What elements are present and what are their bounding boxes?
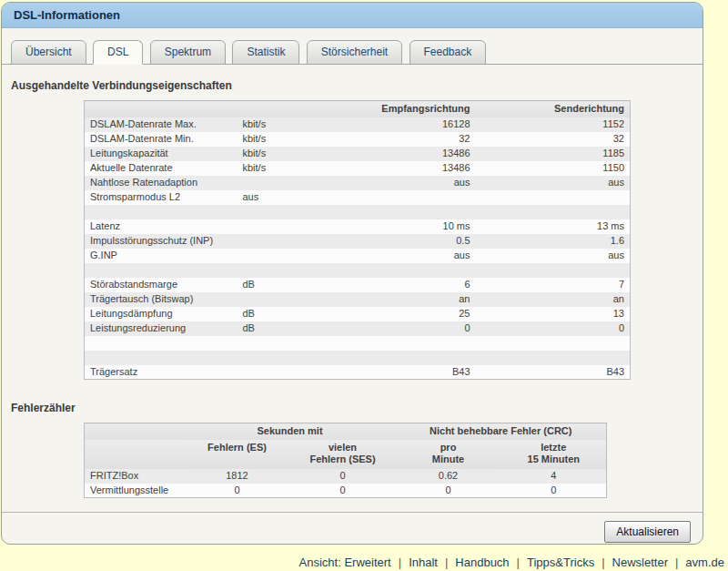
footer-link-inhalt[interactable]: Inhalt xyxy=(409,556,438,569)
cell-label: Leistungsreduzierung xyxy=(85,321,238,336)
cell-unit: kbit/s xyxy=(238,161,339,176)
cell-unit: kbit/s xyxy=(238,117,339,132)
cell-unit: kbit/s xyxy=(238,147,339,161)
cell-label xyxy=(85,263,238,278)
cell-label: Trägersatz xyxy=(85,365,238,380)
table-row: Aktuelle Datenrate kbit/s 13486 1150 xyxy=(85,161,631,176)
cell-rx-value xyxy=(339,351,476,365)
error-table-header-row: Fehlern (ES) vielen Fehlern (SES) pro Mi… xyxy=(85,440,607,469)
table-row: FRITZ!Box 1812 0 0.62 4 xyxy=(85,469,607,484)
cell-per-minute-value: 0.62 xyxy=(396,469,501,484)
header-empty xyxy=(85,440,185,469)
refresh-button[interactable]: Aktualisieren xyxy=(604,521,691,543)
cell-label xyxy=(85,205,238,219)
tab-uebersicht[interactable]: Übersicht xyxy=(11,40,86,65)
cell-rx-value: 25 xyxy=(339,307,476,321)
table-row: Trägersatz B43 B43 xyxy=(85,365,631,380)
tab-stoersicherheit[interactable]: Störsicherheit xyxy=(307,40,402,65)
cell-rx-value xyxy=(339,205,476,219)
cell-label: Leitungskapazität xyxy=(85,147,238,161)
connection-properties-table: Empfangsrichtung Senderichtung DSLAM-Dat… xyxy=(84,100,631,380)
cell-label: Nahtlose Ratenadaption xyxy=(85,176,238,190)
cell-unit: dB xyxy=(238,278,339,292)
cell-rx-value xyxy=(339,263,476,278)
cell-tx-value: 32 xyxy=(476,132,631,147)
table-row xyxy=(85,336,631,351)
cell-unit: aus xyxy=(238,190,339,205)
cell-tx-value: aus xyxy=(476,176,631,190)
error-table-group-header-row: Sekunden mit Nicht behebbare Fehler (CRC… xyxy=(85,423,607,440)
cell-label xyxy=(85,336,238,351)
table-row: Nahtlose Ratenadaption aus aus xyxy=(85,176,631,190)
table-row: G.INP aus aus xyxy=(85,249,631,263)
cell-unit xyxy=(238,263,339,278)
cell-tx-value xyxy=(476,190,631,205)
tab-feedback[interactable]: Feedback xyxy=(410,40,487,65)
cell-unit xyxy=(238,205,339,219)
cell-label: Störabstandsmarge xyxy=(85,278,238,292)
cell-rx-value: B43 xyxy=(339,365,476,380)
cell-rx-value: 13486 xyxy=(339,147,476,161)
table-row: Leitungskapazität kbit/s 13486 1185 xyxy=(85,147,631,161)
cell-rx-value: 13486 xyxy=(339,161,476,176)
cell-label: Leitungsdämpfung xyxy=(85,307,238,321)
tab-bar: Übersicht DSL Spektrum Statistik Störsic… xyxy=(2,28,703,65)
table-row: Trägertausch (Bitswap) an an xyxy=(85,292,631,307)
table-row: Impulsstörungsschutz (INP) 0.5 1.6 xyxy=(85,234,631,249)
cell-tx-value xyxy=(476,263,631,278)
cell-tx-value: an xyxy=(476,292,631,307)
cell-label: DSLAM-Datenrate Max. xyxy=(85,117,238,132)
cell-label: Stromsparmodus L2 xyxy=(85,190,238,205)
cell-tx-value: 1150 xyxy=(476,161,631,176)
cell-label: Impulsstörungsschutz (INP) xyxy=(85,234,238,249)
table-row: DSLAM-Datenrate Max. kbit/s 16128 1152 xyxy=(85,117,631,132)
cell-es-value: 1812 xyxy=(185,469,290,484)
cell-es-value: 0 xyxy=(185,484,290,498)
cell-unit xyxy=(238,365,339,380)
cell-unit xyxy=(238,292,339,307)
page-title: DSL-Informationen xyxy=(14,8,120,22)
cell-rx-value xyxy=(339,190,476,205)
cell-label: DSLAM-Datenrate Min. xyxy=(85,132,238,147)
cell-device-label: Vermittlungsstelle xyxy=(85,484,185,498)
cell-tx-value: 1152 xyxy=(476,117,631,132)
cell-per-minute-value: 0 xyxy=(396,484,501,498)
header-empty xyxy=(85,101,238,117)
tab-dsl[interactable]: DSL xyxy=(93,40,143,65)
tab-spektrum[interactable]: Spektrum xyxy=(150,40,226,65)
table-row: Leitungsdämpfung dB 25 13 xyxy=(85,307,631,321)
footer-link-avm-de[interactable]: avm.de xyxy=(685,556,724,569)
table-row: Störabstandsmarge dB 6 7 xyxy=(85,278,631,292)
table-row xyxy=(85,205,631,219)
tab-statistik[interactable]: Statistik xyxy=(232,40,299,65)
cell-tx-value: 0 xyxy=(476,321,631,336)
table-row: Latenz 10 ms 13 ms xyxy=(85,219,631,234)
footer-separator: | xyxy=(602,556,604,569)
cell-rx-value xyxy=(339,336,476,351)
header-empfangsrichtung: Empfangsrichtung xyxy=(339,101,476,117)
cell-label: Latenz xyxy=(85,219,238,234)
cell-rx-value: an xyxy=(339,292,476,307)
cell-tx-value: 1185 xyxy=(476,147,631,161)
cell-device-label: FRITZ!Box xyxy=(85,469,185,484)
table-row: DSLAM-Datenrate Min. kbit/s 32 32 xyxy=(85,132,631,147)
footer-link-ansicht-erweitert[interactable]: Ansicht: Erweitert xyxy=(299,556,391,569)
cell-tx-value: aus xyxy=(476,249,631,263)
cell-unit: kbit/s xyxy=(238,132,339,147)
cell-tx-value: 13 ms xyxy=(476,219,631,234)
header-per-minute: pro Minute xyxy=(396,440,501,469)
action-bar: Aktualisieren xyxy=(2,512,703,543)
footer-link-newsletter[interactable]: Newsletter xyxy=(612,556,668,569)
cell-label: Aktuelle Datenrate xyxy=(85,161,238,176)
cell-last-15-value: 4 xyxy=(501,469,607,484)
footer-link-tipps-tricks[interactable]: Tipps&Tricks xyxy=(527,556,594,569)
footer-separator: | xyxy=(399,556,401,569)
cell-tx-value: 13 xyxy=(476,307,631,321)
cell-tx-value xyxy=(476,336,631,351)
header-group-crc: Nicht behebbare Fehler (CRC) xyxy=(396,423,607,440)
cell-tx-value: B43 xyxy=(476,365,631,380)
footer-link-handbuch[interactable]: Handbuch xyxy=(455,556,509,569)
cell-unit xyxy=(238,351,339,365)
cell-label xyxy=(85,351,238,365)
cell-unit xyxy=(238,176,339,190)
